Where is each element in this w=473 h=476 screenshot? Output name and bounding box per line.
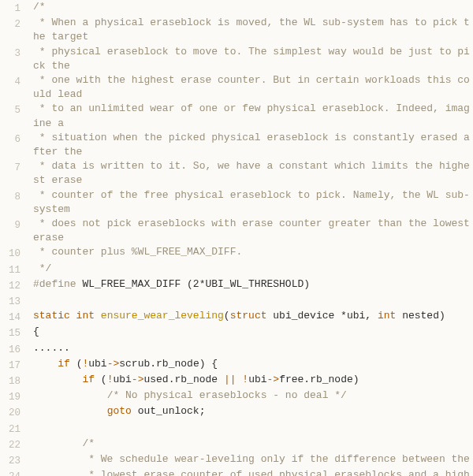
code-token [33, 405, 107, 417]
code-token: * When a physical eraseblock is moved, t… [33, 17, 470, 43]
code-token: /* [33, 1, 46, 13]
code-line: 19 /* No physical eraseblocks - no deal … [0, 389, 473, 404]
line-number: 19 [0, 389, 27, 404]
line-content: * We schedule wear-leveling only if the … [27, 452, 473, 468]
code-token: * We schedule wear-leveling only if the … [88, 453, 470, 465]
code-token: if [58, 358, 70, 370]
code-token: static [33, 310, 76, 322]
code-line: 1/* [0, 0, 473, 16]
code-token: * data is written to it. So, we have a c… [33, 160, 470, 186]
code-token: struct [230, 310, 274, 322]
line-content: * counter plus %WL_FREE_MAX_DIFF. [27, 245, 473, 261]
line-content: if (!ubi->scrub.rb_node) { [27, 357, 473, 373]
code-token [33, 453, 88, 465]
code-token [33, 389, 107, 401]
code-token: ubi [113, 374, 131, 385]
line-content [27, 421, 473, 437]
line-number: 22 [0, 437, 27, 452]
line-content: * When a physical eraseblock is moved, t… [27, 16, 473, 44]
code-token: * situation when the picked physical era… [33, 132, 470, 158]
line-content: static int ensure_wear_leveling(struct u… [27, 309, 473, 325]
line-content: * lowest erase counter of used physical … [27, 468, 473, 476]
line-number: 10 [0, 245, 27, 261]
code-token: ubi [88, 358, 106, 370]
line-content: */ [27, 262, 473, 277]
code-editor: 1/*2 * When a physical eraseblock is mov… [0, 0, 473, 476]
line-content: * one with the highest erase counter. Bu… [27, 73, 473, 102]
line-number: 7 [0, 159, 27, 188]
code-line: 24 * lowest erase counter of used physic… [0, 468, 473, 476]
line-content: * does not pick eraseblocks with erase c… [27, 217, 473, 245]
code-token [33, 437, 82, 449]
code-token: #define [33, 278, 76, 290]
code-line: 3 * physical eraseblock to move to. The … [0, 45, 473, 73]
code-line: 7 * data is written to it. So, we have a… [0, 159, 473, 188]
line-number: 3 [0, 45, 27, 73]
code-token: WL_FREE_MAX_DIFF (2*UBI_WL_THRESHOLD) [76, 278, 310, 290]
line-content: ...... [27, 341, 473, 357]
code-line: 2 * When a physical eraseblock is moved,… [0, 16, 473, 44]
line-number: 13 [0, 293, 27, 309]
code-token: * counter of the free physical erasebloc… [33, 189, 470, 215]
line-number: 8 [0, 188, 27, 217]
code-line: 18 if (!ubi->used.rb_node || !ubi->free.… [0, 373, 473, 389]
line-content: * situation when the picked physical era… [27, 131, 473, 159]
code-token: -> [107, 358, 120, 370]
code-token: * does not pick eraseblocks with erase c… [33, 218, 473, 244]
line-number: 16 [0, 341, 27, 357]
line-number: 24 [0, 468, 27, 476]
code-token: * lowest erase counter of used physical … [88, 469, 470, 476]
code-token: goto [107, 405, 132, 417]
line-content: * to an unlimited wear of one or few phy… [27, 102, 473, 130]
line-number: 4 [0, 73, 27, 102]
code-token: /* [82, 437, 95, 449]
code-token: ) [439, 310, 445, 322]
line-number: 12 [0, 277, 27, 293]
line-number: 21 [0, 421, 27, 437]
code-line: 14static int ensure_wear_leveling(struct… [0, 309, 473, 325]
code-line: 11 */ [0, 262, 473, 277]
code-token: out_unlock; [132, 405, 206, 417]
code-line: 17 if (!ubi->scrub.rb_node) { [0, 357, 473, 373]
line-number: 17 [0, 357, 27, 373]
code-token: * to an unlimited wear of one or few phy… [33, 102, 470, 128]
code-line: 15{ [0, 325, 473, 340]
code-token: || [224, 374, 236, 385]
code-token: int [378, 310, 402, 322]
code-token: free.rb_node) [279, 374, 359, 385]
code-token: * counter plus %WL_FREE_MAX_DIFF. [33, 246, 242, 258]
line-content: if (!ubi->used.rb_node || !ubi->free.rb_… [27, 373, 473, 389]
code-token: nested [402, 310, 439, 322]
line-content: * data is written to it. So, we have a c… [27, 159, 473, 188]
line-content: * counter of the free physical erasebloc… [27, 188, 473, 217]
code-token: { [33, 325, 39, 337]
code-token: * physical eraseblock to move to. The si… [33, 46, 470, 72]
code-token [33, 469, 88, 476]
code-line: 21 [0, 421, 473, 437]
code-token: int [76, 310, 101, 322]
code-line: 5 * to an unlimited wear of one or few p… [0, 102, 473, 130]
code-token: ubi_device [273, 310, 341, 322]
code-line: 6 * situation when the picked physical e… [0, 131, 473, 159]
code-token: ...... [33, 342, 70, 354]
code-token: ( [224, 310, 230, 322]
line-number: 15 [0, 325, 27, 340]
line-number: 11 [0, 262, 27, 277]
code-line: 9 * does not pick eraseblocks with erase… [0, 217, 473, 245]
line-number: 20 [0, 404, 27, 420]
code-line: 16...... [0, 341, 473, 357]
code-lines-container: 1/*2 * When a physical eraseblock is mov… [0, 0, 473, 476]
code-token: /* No physical eraseblocks - no deal */ [107, 389, 347, 401]
code-line: 10 * counter plus %WL_FREE_MAX_DIFF. [0, 245, 473, 261]
code-token: * [341, 310, 347, 322]
line-number: 23 [0, 452, 27, 468]
code-token: -> [132, 374, 144, 385]
code-line: 12#define WL_FREE_MAX_DIFF (2*UBI_WL_THR… [0, 277, 473, 293]
code-line: 13 [0, 293, 473, 309]
line-content [27, 293, 473, 309]
code-line: 8 * counter of the free physical erasebl… [0, 188, 473, 217]
code-token: */ [33, 262, 51, 274]
line-content: /* [27, 0, 473, 16]
line-content: #define WL_FREE_MAX_DIFF (2*UBI_WL_THRES… [27, 277, 473, 293]
code-token: ! [242, 374, 248, 385]
